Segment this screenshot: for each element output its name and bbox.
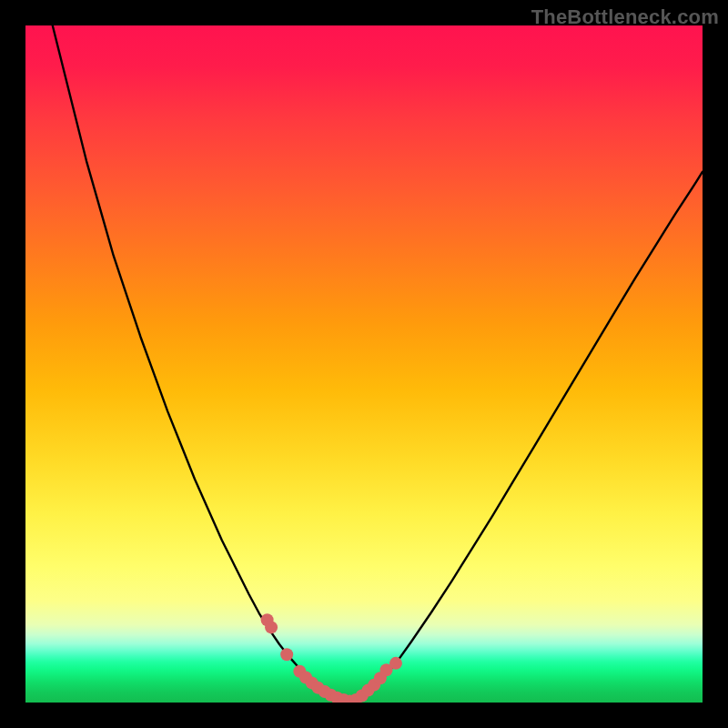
data-point <box>265 621 278 633</box>
data-point <box>280 648 293 661</box>
plot-area <box>25 25 703 703</box>
curve-lines <box>53 25 703 702</box>
bottleneck-curve <box>53 25 703 702</box>
watermark-text: TheBottleneck.com <box>531 5 719 29</box>
chart-frame: TheBottleneck.com <box>0 0 728 728</box>
scatter-dots <box>261 613 402 703</box>
chart-svg <box>25 25 703 703</box>
data-point <box>389 657 402 670</box>
